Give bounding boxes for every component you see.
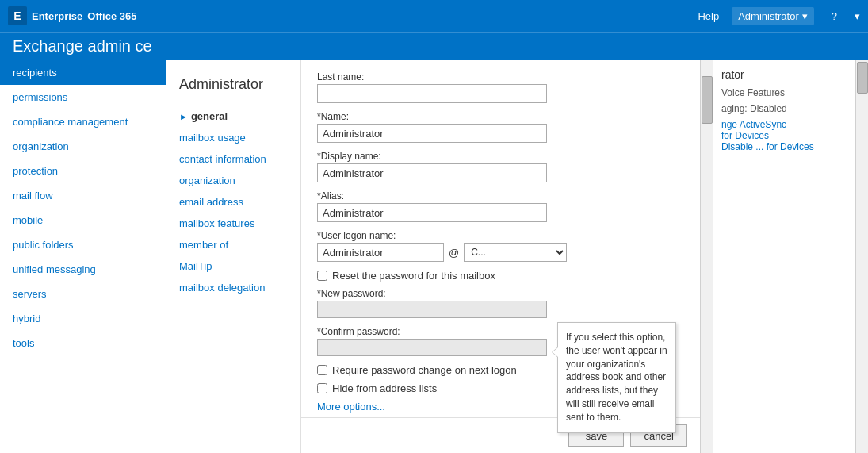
dialog-nav-contact-information[interactable]: contact information bbox=[166, 148, 300, 170]
hide-address-checkbox[interactable] bbox=[317, 383, 327, 393]
sidebar-item-servers[interactable]: servers bbox=[0, 282, 166, 306]
right-panel: rator Voice Features aging: Disabled nge… bbox=[713, 60, 855, 453]
admin-label: Administrator bbox=[738, 10, 799, 22]
last-name-group: Last name: bbox=[317, 71, 684, 103]
sidebar-item-recipients[interactable]: recipients bbox=[0, 60, 166, 85]
new-password-input[interactable] bbox=[317, 301, 547, 318]
dialog-nav-mailbox-delegation[interactable]: mailbox delegation bbox=[166, 277, 300, 298]
dialog-nav-organization[interactable]: organization bbox=[166, 170, 300, 191]
sidebar-item-organization[interactable]: organization bbox=[0, 134, 166, 159]
office365-label: Office 365 bbox=[87, 10, 136, 22]
dialog-nav-email-address[interactable]: email address bbox=[166, 191, 300, 213]
hide-address-label: Hide from address lists bbox=[332, 382, 437, 394]
right-panel-activesync-link[interactable]: nge ActiveSync bbox=[721, 119, 847, 130]
help-link[interactable]: Help bbox=[698, 10, 719, 22]
require-password-checkbox[interactable] bbox=[317, 365, 327, 375]
name-input[interactable] bbox=[317, 124, 547, 143]
dialog-nav-mailbox-features[interactable]: mailbox features bbox=[166, 213, 300, 234]
alias-label: *Alias: bbox=[317, 190, 684, 202]
sidebar-item-permissions[interactable]: permissions bbox=[0, 85, 166, 109]
tooltip-text: If you select this option, the user won'… bbox=[566, 332, 667, 423]
dialog-scrollbar[interactable] bbox=[700, 60, 713, 453]
user-logon-group: *User logon name: @ C... bbox=[317, 230, 684, 262]
sidebar-item-mail-flow[interactable]: mail flow bbox=[0, 183, 166, 208]
last-name-label: Last name: bbox=[317, 71, 684, 83]
confirm-password-input[interactable] bbox=[317, 339, 547, 356]
top-bar: E Enterprise Office 365 Help Administrat… bbox=[0, 0, 868, 32]
last-name-input[interactable] bbox=[317, 84, 547, 103]
at-sign: @ bbox=[449, 247, 459, 259]
app-icon: E bbox=[8, 6, 27, 25]
chevron-down-icon: ▾ bbox=[802, 10, 808, 22]
display-name-group: *Display name: bbox=[317, 151, 684, 182]
display-name-input[interactable] bbox=[317, 163, 547, 182]
sidebar-item-unified-messaging[interactable]: unified messaging bbox=[0, 257, 166, 282]
reset-password-row: Reset the password for this mailbox bbox=[317, 270, 684, 282]
nav-arrow-icon: ► bbox=[179, 112, 188, 121]
content-area: Administrator ► general mailbox usage co… bbox=[166, 60, 868, 453]
user-logon-row: @ C... bbox=[317, 243, 684, 262]
right-panel-title: rator bbox=[721, 68, 847, 81]
sidebar-item-protection[interactable]: protection bbox=[0, 159, 166, 183]
dialog-title: Administrator bbox=[166, 68, 300, 106]
sidebar-item-hybrid[interactable]: hybrid bbox=[0, 306, 166, 331]
reset-password-label: Reset the password for this mailbox bbox=[332, 270, 495, 282]
top-bar-right: Help Administrator ▾ ? ▾ bbox=[698, 7, 860, 25]
app-title-bar: Exchange admin ce bbox=[0, 32, 868, 60]
dialog-nav-general[interactable]: ► general bbox=[166, 106, 300, 127]
sidebar-item-tools[interactable]: tools bbox=[0, 331, 166, 355]
right-panel-aging: aging: Disabled bbox=[721, 103, 847, 114]
admin-dropdown[interactable]: Administrator ▾ bbox=[732, 7, 814, 25]
domain-select[interactable]: C... bbox=[464, 243, 567, 262]
tooltip-popup: If you select this option, the user won'… bbox=[557, 322, 676, 433]
sidebar-item-public-folders[interactable]: public folders bbox=[0, 232, 166, 257]
display-name-label: *Display name: bbox=[317, 151, 684, 162]
app-logo: E Enterprise Office 365 bbox=[8, 6, 136, 25]
right-panel-disable-link[interactable]: Disable ... for Devices bbox=[721, 141, 847, 152]
dialog: Administrator ► general mailbox usage co… bbox=[166, 60, 868, 453]
name-label: *Name: bbox=[317, 111, 684, 122]
right-panel-devices-link[interactable]: for Devices bbox=[721, 130, 847, 141]
sidebar-item-compliance[interactable]: compliance management bbox=[0, 109, 166, 134]
reset-password-checkbox[interactable] bbox=[317, 271, 327, 281]
alias-input[interactable] bbox=[317, 203, 547, 222]
right-panel-scrollbar[interactable] bbox=[855, 60, 868, 453]
more-options-link[interactable]: More options... bbox=[317, 401, 385, 413]
chevron-down-icon-2: ▾ bbox=[855, 10, 860, 22]
dialog-nav-member-of[interactable]: member of bbox=[166, 234, 300, 255]
dialog-nav-mailtip[interactable]: MailTip bbox=[166, 255, 300, 277]
new-password-label: *New password: bbox=[317, 288, 684, 299]
right-panel-voice-features: Voice Features bbox=[721, 87, 847, 98]
new-password-group: *New password: bbox=[317, 288, 684, 318]
user-logon-input[interactable] bbox=[317, 243, 444, 262]
dialog-form-content: Last name: *Name: *Display name: *Alias: bbox=[301, 60, 700, 453]
dialog-scrollbar-thumb[interactable] bbox=[702, 76, 713, 124]
sidebar-item-mobile[interactable]: mobile bbox=[0, 208, 166, 232]
enterprise-label: Enterprise bbox=[32, 10, 82, 22]
app-title: Exchange admin ce bbox=[13, 37, 152, 55]
sidebar: recipients permissions compliance manage… bbox=[0, 60, 166, 453]
question-icon[interactable]: ? bbox=[827, 9, 842, 24]
dialog-nav-mailbox-usage[interactable]: mailbox usage bbox=[166, 127, 300, 148]
right-panel-scrollbar-thumb[interactable] bbox=[857, 62, 868, 94]
alias-group: *Alias: bbox=[317, 190, 684, 222]
main-layout: recipients permissions compliance manage… bbox=[0, 60, 868, 453]
user-logon-label: *User logon name: bbox=[317, 230, 684, 241]
name-group: *Name: bbox=[317, 111, 684, 143]
require-password-label: Require password change on next logon bbox=[332, 364, 517, 376]
dialog-nav: Administrator ► general mailbox usage co… bbox=[166, 60, 301, 453]
